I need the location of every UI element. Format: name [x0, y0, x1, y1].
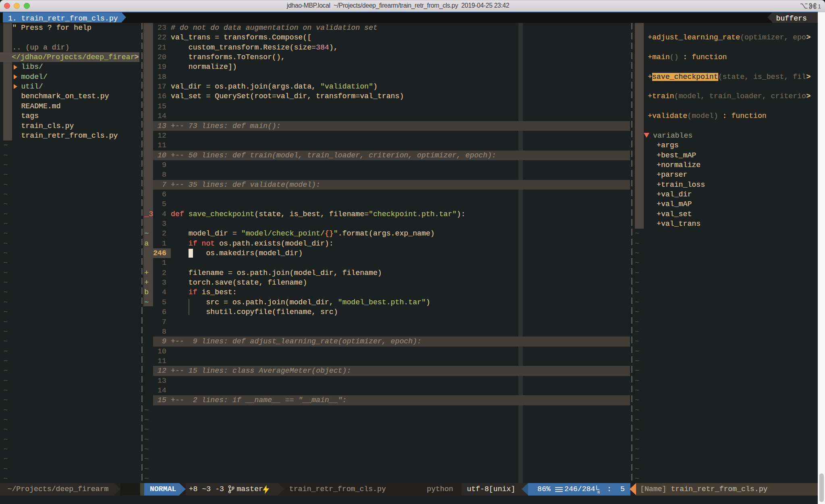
- svg-text:N: N: [597, 490, 600, 494]
- svg-text:1: 1: [818, 3, 821, 10]
